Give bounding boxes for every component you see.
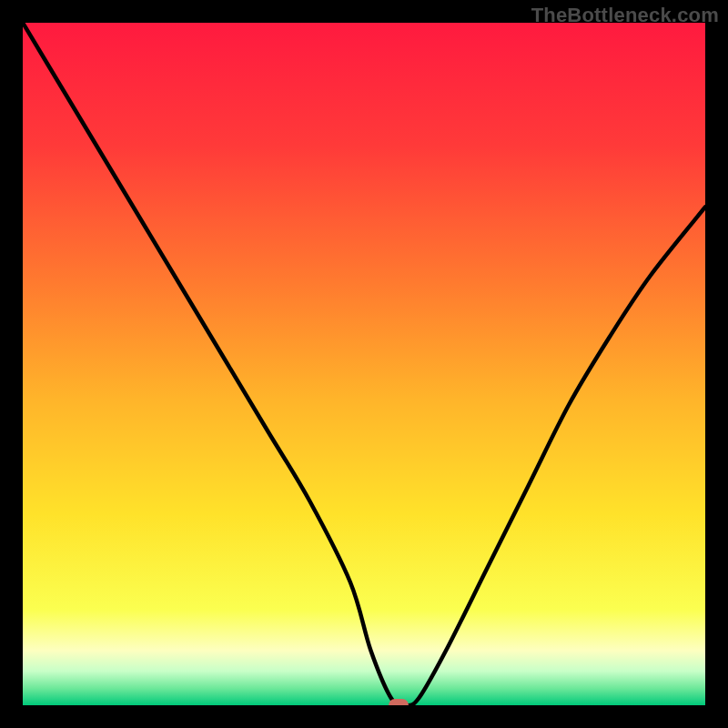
plot-area	[23, 23, 705, 705]
chart-frame: TheBottleneck.com	[0, 0, 728, 728]
bottleneck-curve	[23, 23, 705, 705]
optimal-marker	[389, 699, 409, 705]
watermark-text: TheBottleneck.com	[531, 4, 719, 27]
